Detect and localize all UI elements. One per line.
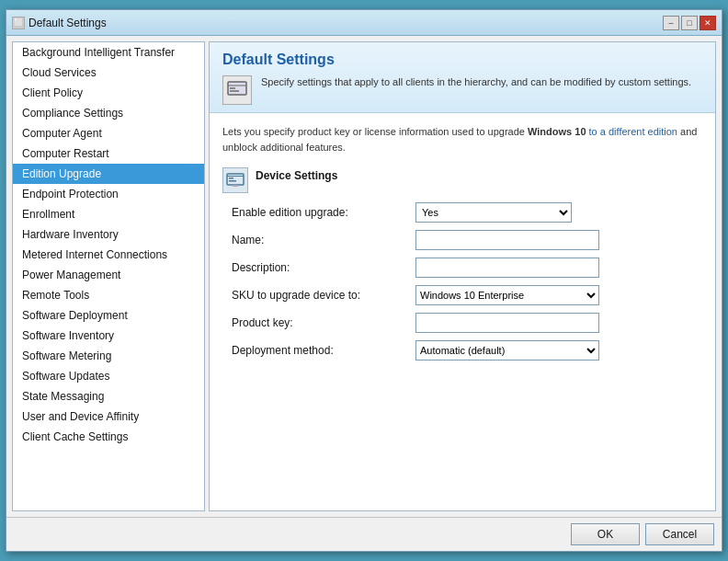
window-title: Default Settings — [28, 17, 107, 29]
main-description-row: Specify settings that apply to all clien… — [222, 75, 702, 105]
deployment-row: Automatic (default)Manual — [415, 340, 702, 361]
sidebar-item-hardware-inventory[interactable]: Hardware Inventory — [13, 224, 204, 245]
title-bar-buttons: – □ ✕ — [663, 16, 716, 30]
deployment-select[interactable]: Automatic (default)Manual — [415, 340, 599, 361]
svg-rect-2 — [230, 87, 235, 89]
svg-rect-7 — [229, 180, 236, 182]
title-bar-left: ⬜ Default Settings — [12, 17, 107, 29]
svg-rect-8 — [233, 185, 238, 187]
sidebar-item-user-and-device-affinity[interactable]: User and Device Affinity — [13, 406, 204, 427]
device-settings-title: Device Settings — [256, 169, 337, 182]
sidebar-item-compliance-settings[interactable]: Compliance Settings — [13, 103, 204, 123]
enable-select[interactable]: YesNo — [415, 202, 572, 223]
content-area: Background Intelligent TransferCloud Ser… — [6, 36, 722, 517]
product-key-input[interactable] — [415, 313, 599, 333]
name-input[interactable] — [415, 230, 599, 250]
main-title: Default Settings — [222, 52, 702, 68]
close-button[interactable]: ✕ — [700, 16, 716, 30]
sidebar-item-software-metering[interactable]: Software Metering — [13, 346, 204, 366]
main-window: ⬜ Default Settings – □ ✕ Background Inte… — [6, 9, 722, 552]
sidebar-item-computer-restart[interactable]: Computer Restart — [13, 143, 204, 164]
sku-select[interactable]: Windows 10 EnterpriseWindows 10 Educatio… — [415, 285, 599, 305]
info-text: Lets you specify product key or license … — [222, 124, 702, 155]
footer: OK Cancel — [6, 517, 722, 551]
maximize-button[interactable]: □ — [681, 16, 698, 30]
sidebar-item-remote-tools[interactable]: Remote Tools — [13, 285, 204, 305]
deployment-label: Deployment method: — [232, 344, 415, 357]
description-input[interactable] — [415, 258, 599, 278]
sidebar-item-metered-internet-connections[interactable]: Metered Internet Connections — [13, 245, 204, 265]
sidebar: Background Intelligent TransferCloud Ser… — [12, 41, 205, 511]
main-panel: Default Settings Specify settings that a… — [209, 41, 716, 511]
sidebar-item-computer-agent[interactable]: Computer Agent — [13, 123, 204, 143]
sidebar-item-software-deployment[interactable]: Software Deployment — [13, 305, 204, 326]
window-icon: ⬜ — [12, 17, 25, 29]
minimize-button[interactable]: – — [663, 16, 679, 30]
sidebar-item-power-management[interactable]: Power Management — [13, 265, 204, 285]
form-grid: Enable edition upgrade: YesNo Name: Desc… — [222, 202, 702, 361]
title-bar: ⬜ Default Settings – □ ✕ — [6, 10, 722, 36]
sidebar-item-cloud-services[interactable]: Cloud Services — [13, 63, 204, 83]
svg-rect-6 — [229, 177, 233, 179]
name-label: Name: — [232, 234, 415, 246]
sidebar-item-software-updates[interactable]: Software Updates — [13, 366, 204, 386]
description-label: Description: — [232, 261, 415, 274]
main-description: Specify settings that apply to all clien… — [261, 75, 691, 89]
svg-rect-3 — [230, 90, 239, 92]
main-header: Default Settings Specify settings that a… — [210, 42, 715, 113]
main-body: Lets you specify product key or license … — [210, 113, 715, 510]
cancel-button[interactable]: Cancel — [645, 523, 714, 545]
device-settings-header: Device Settings — [222, 167, 702, 193]
svg-rect-5 — [227, 176, 244, 177]
svg-rect-4 — [227, 174, 244, 185]
sidebar-item-client-policy[interactable]: Client Policy — [13, 83, 204, 103]
settings-icon — [222, 75, 252, 105]
ok-button[interactable]: OK — [571, 523, 640, 545]
device-settings-icon — [222, 167, 248, 193]
info-link[interactable]: to a different edition — [589, 126, 677, 137]
sidebar-item-edition-upgrade[interactable]: Edition Upgrade — [13, 164, 204, 184]
enable-row: YesNo — [415, 202, 702, 223]
sidebar-item-endpoint-protection[interactable]: Endpoint Protection — [13, 184, 204, 204]
sidebar-item-client-cache-settings[interactable]: Client Cache Settings — [13, 427, 204, 447]
sidebar-item-software-inventory[interactable]: Software Inventory — [13, 326, 204, 346]
sidebar-item-background-intelligent-transfer[interactable]: Background Intelligent Transfer — [13, 42, 204, 63]
sku-label: SKU to upgrade device to: — [232, 289, 415, 302]
sku-row: Windows 10 EnterpriseWindows 10 Educatio… — [415, 285, 702, 305]
product-key-label: Product key: — [232, 316, 415, 329]
sidebar-item-state-messaging[interactable]: State Messaging — [13, 386, 204, 406]
sidebar-item-enrollment[interactable]: Enrollment — [13, 204, 204, 224]
enable-label: Enable edition upgrade: — [232, 206, 415, 219]
